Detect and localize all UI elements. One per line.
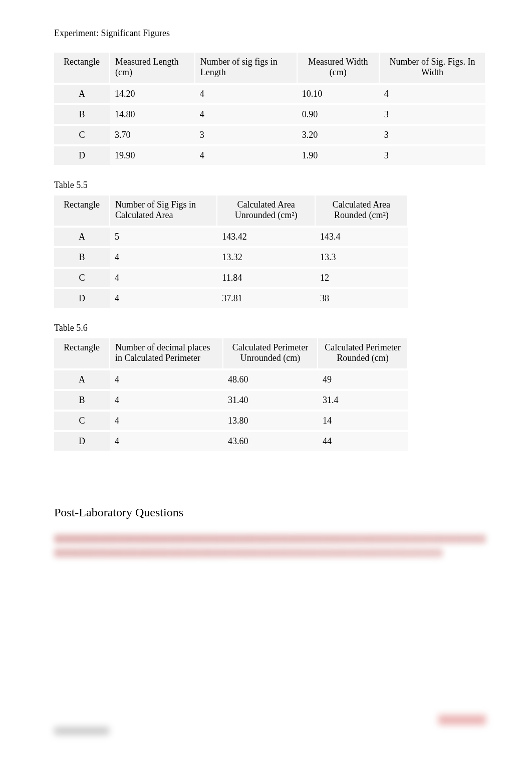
blurred-footer-right — [438, 715, 486, 725]
cell-un: 43.60 — [223, 431, 318, 451]
cell-rect: A — [54, 84, 110, 104]
cell-rd: 31.4 — [318, 390, 408, 411]
cell-sfwid: 4 — [379, 84, 485, 104]
cell-dp: 4 — [110, 411, 223, 431]
col-perim-rd: Calculated Perimeter Rounded (cm) — [318, 338, 408, 369]
cell-len: 19.90 — [110, 145, 195, 165]
table-row: D 4 37.81 38 — [54, 288, 408, 308]
col-area-rd: Calculated Area Rounded (cm²) — [315, 196, 408, 227]
blurred-text — [54, 548, 443, 557]
table-row: B 14.80 4 0.90 3 — [54, 104, 485, 125]
cell-dp: 4 — [110, 431, 223, 451]
cell-rect: A — [54, 369, 110, 390]
caption-55: Table 5.5 — [54, 180, 486, 190]
page-title: Experiment: Significant Figures — [54, 28, 486, 39]
cell-sfwid: 3 — [379, 125, 485, 145]
table-row: C 4 11.84 12 — [54, 268, 408, 288]
cell-sflen: 4 — [195, 145, 297, 165]
cell-wid: 1.90 — [297, 145, 379, 165]
col-area-un: Calculated Area Unrounded (cm²) — [217, 196, 315, 227]
cell-un: 143.42 — [217, 227, 315, 247]
col-width: Measured Width (cm) — [297, 53, 379, 84]
cell-rect: B — [54, 390, 110, 411]
col-sf-length: Number of sig figs in Length — [195, 53, 297, 84]
col-length: Measured Length (cm) — [110, 53, 195, 84]
cell-wid: 0.90 — [297, 104, 379, 125]
col-sf-area: Number of Sig Figs in Calculated Area — [110, 196, 217, 227]
table-row: B 4 31.40 31.4 — [54, 390, 408, 411]
cell-rect: C — [54, 125, 110, 145]
col-rect: Rectangle — [54, 196, 110, 227]
cell-rect: B — [54, 247, 110, 268]
cell-sflen: 3 — [195, 125, 297, 145]
cell-un: 13.32 — [217, 247, 315, 268]
cell-rect: C — [54, 268, 110, 288]
table-row: B 4 13.32 13.3 — [54, 247, 408, 268]
cell-sflen: 4 — [195, 104, 297, 125]
cell-dp: 4 — [110, 390, 223, 411]
table-row: A 5 143.42 143.4 — [54, 227, 408, 247]
cell-wid: 3.20 — [297, 125, 379, 145]
cell-sf: 4 — [110, 247, 217, 268]
col-rect: Rectangle — [54, 53, 110, 84]
table-row: C 4 13.80 14 — [54, 411, 408, 431]
table-measurements: Rectangle Measured Length (cm) Number of… — [54, 53, 486, 165]
cell-wid: 10.10 — [297, 84, 379, 104]
cell-len: 3.70 — [110, 125, 195, 145]
cell-rect: A — [54, 227, 110, 247]
cell-rect: B — [54, 104, 110, 125]
blurred-footer-left — [54, 727, 109, 735]
cell-un: 31.40 — [223, 390, 318, 411]
table-row: C 3.70 3 3.20 3 — [54, 125, 485, 145]
table-row: D 19.90 4 1.90 3 — [54, 145, 485, 165]
cell-sflen: 4 — [195, 84, 297, 104]
cell-sfwid: 3 — [379, 145, 485, 165]
cell-rd: 143.4 — [315, 227, 408, 247]
col-rect: Rectangle — [54, 338, 110, 369]
cell-rd: 44 — [318, 431, 408, 451]
cell-un: 11.84 — [217, 268, 315, 288]
cell-un: 48.60 — [223, 369, 318, 390]
cell-rd: 14 — [318, 411, 408, 431]
cell-rd: 12 — [315, 268, 408, 288]
cell-rect: D — [54, 288, 110, 308]
col-dp-perim: Number of decimal places in Calculated P… — [110, 338, 223, 369]
cell-sf: 4 — [110, 288, 217, 308]
caption-56: Table 5.6 — [54, 323, 486, 333]
cell-len: 14.80 — [110, 104, 195, 125]
blurred-text — [54, 534, 486, 543]
cell-un: 37.81 — [217, 288, 315, 308]
table-row: D 4 43.60 44 — [54, 431, 408, 451]
cell-rd: 49 — [318, 369, 408, 390]
cell-sf: 5 — [110, 227, 217, 247]
cell-len: 14.20 — [110, 84, 195, 104]
table-area: Rectangle Number of Sig Figs in Calculat… — [54, 196, 408, 308]
col-perim-un: Calculated Perimeter Unrounded (cm) — [223, 338, 318, 369]
cell-rect: D — [54, 145, 110, 165]
table-perimeter: Rectangle Number of decimal places in Ca… — [54, 338, 408, 451]
table-row: A 4 48.60 49 — [54, 369, 408, 390]
cell-rect: C — [54, 411, 110, 431]
cell-rect: D — [54, 431, 110, 451]
table-row: A 14.20 4 10.10 4 — [54, 84, 485, 104]
cell-sf: 4 — [110, 268, 217, 288]
post-lab-title: Post-Laboratory Questions — [54, 506, 486, 519]
cell-rd: 13.3 — [315, 247, 408, 268]
cell-rd: 38 — [315, 288, 408, 308]
col-sf-width: Number of Sig. Figs. In Width — [379, 53, 485, 84]
cell-dp: 4 — [110, 369, 223, 390]
cell-sfwid: 3 — [379, 104, 485, 125]
cell-un: 13.80 — [223, 411, 318, 431]
